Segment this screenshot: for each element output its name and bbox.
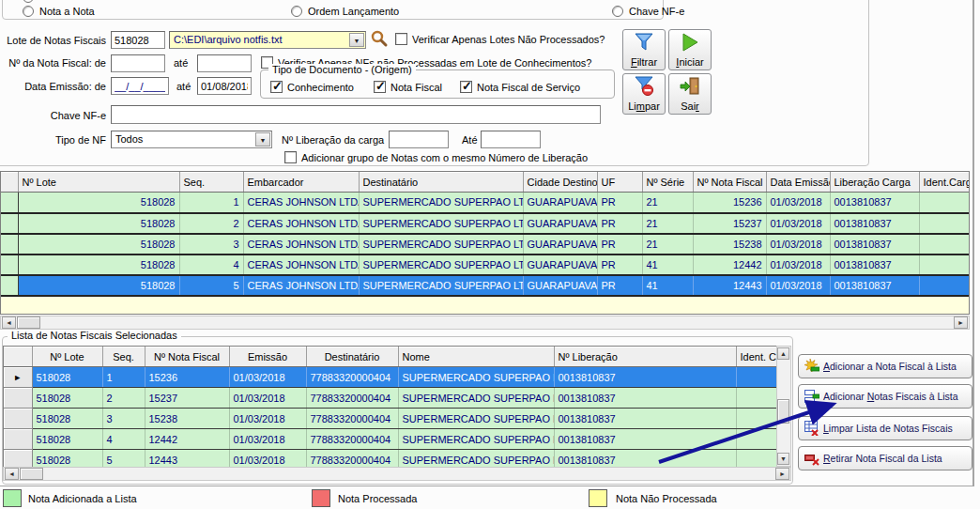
- limpar-lista-button[interactable]: Limpar Lista de Notas Fiscais: [798, 416, 972, 440]
- row-gutter[interactable]: [1, 234, 18, 254]
- column-header[interactable]: Ident.Carg: [919, 173, 970, 193]
- table-cell[interactable]: 5: [102, 450, 145, 468]
- column-header[interactable]: Nº Lote: [32, 347, 102, 367]
- liberacao-de-input[interactable]: [389, 131, 449, 148]
- table-cell[interactable]: [919, 234, 970, 254]
- column-header[interactable]: Nº Série: [642, 173, 693, 193]
- nota-fiscal-servico-label[interactable]: Nota Fiscal de Serviço: [477, 82, 580, 93]
- column-header[interactable]: Nome: [398, 347, 554, 367]
- table-cell[interactable]: SUPERMERCADO SUPERPAO LTDA: [398, 409, 554, 429]
- table-cell[interactable]: 21: [642, 234, 693, 254]
- column-header[interactable]: Emissão: [229, 347, 306, 367]
- table-cell[interactable]: PR: [597, 193, 642, 213]
- table-cell[interactable]: [736, 450, 776, 468]
- table-cell[interactable]: 518028: [18, 193, 179, 213]
- table-cell[interactable]: CERAS JOHNSON LTDA: [243, 213, 359, 234]
- radio-chave-nfe[interactable]: [612, 6, 623, 17]
- table-cell[interactable]: 0013810837: [830, 234, 919, 254]
- column-header[interactable]: Cidade Destino: [523, 173, 597, 193]
- row-gutter[interactable]: [4, 429, 32, 450]
- table-row[interactable]: 51802841244201/03/201877883320000404SUPE…: [4, 429, 776, 450]
- table-cell[interactable]: CERAS JOHNSON LTDA: [243, 193, 359, 213]
- table-cell[interactable]: [736, 429, 776, 450]
- scroll-down-icon[interactable]: ▼: [777, 453, 789, 465]
- table-cell[interactable]: 0013810837: [554, 409, 736, 429]
- table-cell[interactable]: 4: [102, 429, 145, 450]
- nota-fiscal-ate-input[interactable]: [197, 54, 252, 72]
- column-header[interactable]: Embarcador: [243, 173, 359, 193]
- table-cell[interactable]: 77883320000404: [306, 388, 398, 409]
- table-cell[interactable]: 0013810837: [830, 275, 919, 296]
- scrollbar-thumb[interactable]: [20, 468, 43, 480]
- row-gutter[interactable]: [1, 193, 18, 213]
- radio-nota-a-nota[interactable]: [23, 6, 34, 17]
- table-cell[interactable]: 2: [102, 388, 145, 409]
- radio-ordem-lancamento-label[interactable]: Ordem Lançamento: [308, 6, 399, 17]
- table-cell[interactable]: [736, 388, 776, 409]
- gutter-header[interactable]: [4, 347, 32, 367]
- scrollbar-thumb[interactable]: [777, 399, 789, 424]
- table-cell[interactable]: CERAS JOHNSON LTDA: [243, 234, 359, 254]
- table-cell[interactable]: 0013810837: [830, 254, 919, 275]
- row-gutter[interactable]: [1, 213, 18, 234]
- table-row[interactable]: 51802851244301/03/201877883320000404SUPE…: [4, 450, 776, 468]
- table-cell[interactable]: 41: [642, 275, 693, 296]
- table-cell[interactable]: 5: [179, 275, 243, 296]
- table-cell[interactable]: 01/03/2018: [766, 275, 830, 296]
- table-cell[interactable]: [919, 275, 970, 296]
- table-cell[interactable]: PR: [597, 213, 642, 234]
- table-cell[interactable]: 77883320000404: [306, 450, 398, 468]
- table-cell[interactable]: SUPERMERCADO SUPERPAO LTDA: [359, 213, 523, 234]
- arquivo-combo[interactable]: C:\EDI\arquivo notfis.txt ▼: [169, 31, 366, 49]
- nota-fiscal-de-input[interactable]: [111, 54, 165, 72]
- verificar-lotes-label[interactable]: Verificar Apenas Lotes Não Processados?: [412, 34, 605, 45]
- table-cell[interactable]: 15238: [693, 234, 766, 254]
- table-cell[interactable]: 1: [102, 367, 145, 388]
- table-cell[interactable]: CERAS JOHNSON LTDA: [243, 254, 359, 275]
- table-cell[interactable]: 12442: [145, 429, 229, 450]
- table-cell[interactable]: 01/03/2018: [229, 367, 306, 388]
- table-cell[interactable]: 15236: [145, 367, 229, 388]
- row-gutter[interactable]: [4, 450, 32, 468]
- column-header[interactable]: UF: [597, 173, 642, 193]
- column-header[interactable]: Nº Liberação: [554, 347, 736, 367]
- table-cell[interactable]: [919, 254, 970, 275]
- table-cell[interactable]: [736, 367, 776, 388]
- table-row[interactable]: 51802821523701/03/201877883320000404SUPE…: [4, 388, 776, 409]
- table-row[interactable]: 51802831523801/03/201877883320000404SUPE…: [4, 409, 776, 429]
- table-cell[interactable]: 518028: [18, 213, 179, 234]
- table-cell[interactable]: GUARAPUAVA: [523, 213, 597, 234]
- table-cell[interactable]: 518028: [32, 450, 102, 468]
- column-header[interactable]: Data Emissão: [766, 173, 830, 193]
- tipo-nf-combo[interactable]: Todos ▼: [111, 131, 272, 148]
- table-cell[interactable]: 77883320000404: [306, 367, 398, 388]
- radio-ordem-lancamento[interactable]: [291, 6, 302, 17]
- data-ate-input[interactable]: [197, 77, 252, 95]
- column-header[interactable]: Ident. Car: [736, 347, 776, 367]
- table-cell[interactable]: 518028: [32, 388, 102, 409]
- table-cell[interactable]: GUARAPUAVA: [523, 234, 597, 254]
- table-cell[interactable]: SUPERMERCADO SUPERPAO LTDA: [398, 388, 554, 409]
- table-cell[interactable]: 01/03/2018: [229, 429, 306, 450]
- column-header[interactable]: Nº Lote: [18, 173, 179, 193]
- table-cell[interactable]: 518028: [32, 429, 102, 450]
- table-cell[interactable]: GUARAPUAVA: [523, 193, 597, 213]
- table-row[interactable]: 5180283CERAS JOHNSON LTDASUPERMERCADO SU…: [1, 234, 970, 254]
- retirar-nota-button[interactable]: Retirar Nota Fiscal da Lista: [798, 446, 972, 470]
- table-cell[interactable]: SUPERMERCADO SUPERPAO LTDA: [359, 275, 523, 296]
- table-cell[interactable]: 12443: [145, 450, 229, 468]
- column-header[interactable]: Nº Nota Fiscal: [693, 173, 766, 193]
- row-gutter[interactable]: [1, 275, 18, 296]
- sair-button[interactable]: Sair: [668, 73, 712, 115]
- column-header[interactable]: Seq.: [102, 347, 145, 367]
- table-cell[interactable]: 21: [642, 213, 693, 234]
- table-cell[interactable]: 4: [179, 254, 243, 275]
- table-cell[interactable]: 77883320000404: [306, 429, 398, 450]
- liberacao-ate-input[interactable]: [481, 131, 541, 148]
- radio-chave-nfe-label[interactable]: Chave NF-e: [629, 6, 684, 17]
- iniciar-button[interactable]: Iniciar: [668, 29, 712, 70]
- selected-grid-vscrollbar[interactable]: ▲ ▼: [776, 346, 791, 467]
- table-cell[interactable]: 01/03/2018: [766, 254, 830, 275]
- table-cell[interactable]: SUPERMERCADO SUPERPAO LTDA: [398, 367, 554, 388]
- table-cell[interactable]: GUARAPUAVA: [523, 275, 597, 296]
